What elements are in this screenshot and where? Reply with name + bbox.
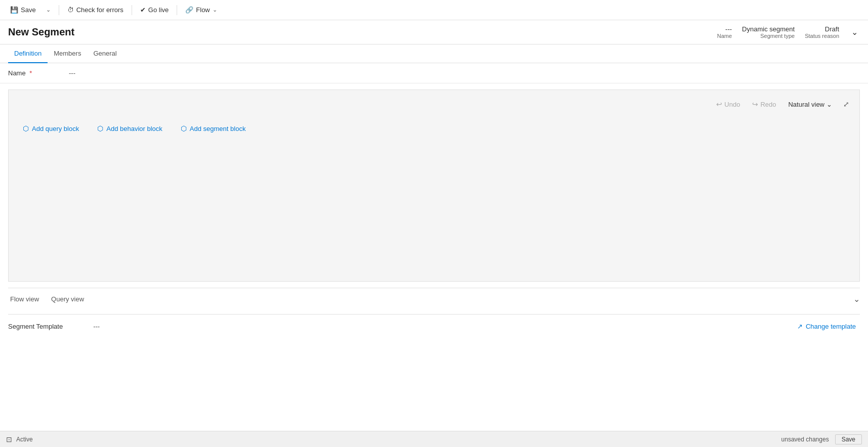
check-errors-icon: ⏱ [67,6,74,14]
name-meta-value: --- [717,25,732,33]
tab-general[interactable]: General [87,44,122,63]
flow-label: Flow [196,6,210,14]
template-section: Segment Template --- ↗ Change template [8,314,860,338]
add-blocks-row: ⬡ Add query block ⬡ Add behavior block ⬡… [17,118,851,139]
page-header: New Segment --- Name Dynamic segment Seg… [0,20,868,44]
go-live-icon: ✔ [140,6,146,14]
tab-definition[interactable]: Definition [8,44,48,63]
change-template-button[interactable]: ↗ Change template [793,321,860,332]
go-live-label: Go live [148,6,169,14]
separator-3 [177,5,177,15]
builder-area: ↩ Undo ↪ Redo Natural view ⌄ ⤢ ⬡ Add que… [8,90,860,282]
behavior-block-icon: ⬡ [97,124,103,132]
segment-type-label: Segment type [742,33,795,39]
flow-button[interactable]: 🔗 Flow ⌄ [181,4,221,16]
header-meta: --- Name Dynamic segment Segment type Dr… [717,25,860,39]
name-label: Name * [8,69,69,77]
segment-type-value: Dynamic segment [742,25,795,33]
save-button[interactable]: 💾 Save [6,4,40,16]
add-segment-block-button[interactable]: ⬡ Add segment block [177,122,250,135]
status-reason-meta: Draft Status reason [805,25,839,39]
name-field-value: --- [69,69,75,77]
tabs: Definition Members General [0,44,868,63]
segment-block-icon: ⬡ [181,124,187,132]
expand-icon: ⤢ [843,100,849,108]
save-label: Save [21,6,36,14]
undo-button[interactable]: ↩ Undo [713,98,743,110]
separator [59,5,59,15]
redo-button[interactable]: ↪ Redo [749,98,779,110]
check-errors-button[interactable]: ⏱ Check for errors [63,4,128,16]
name-meta-label: Name [717,33,732,39]
content-area: Name * --- ↩ Undo ↪ Redo Natural view ⌄ … [0,63,868,424]
template-info: Segment Template --- [8,323,100,330]
separator-2 [132,5,132,15]
view-section: Flow view Query view ⌄ [8,288,860,310]
add-behavior-block-button[interactable]: ⬡ Add behavior block [93,122,167,135]
check-errors-label: Check for errors [76,6,123,14]
flow-icon: 🔗 [185,6,193,14]
view-tabs: Flow view Query view [8,293,86,305]
undo-icon: ↩ [716,100,722,108]
segment-template-value: --- [93,323,100,330]
status-reason-label: Status reason [805,33,839,39]
header-chevron-icon: ⌄ [851,27,858,37]
tab-members[interactable]: Members [48,44,87,63]
redo-icon: ↪ [752,100,758,108]
flow-view-tab[interactable]: Flow view [8,293,41,305]
go-live-button[interactable]: ✔ Go live [136,4,173,16]
header-dropdown-button[interactable]: ⌄ [849,25,860,39]
save-dropdown-button[interactable]: ⌄ [42,5,55,15]
save-icon: 💾 [10,6,18,14]
expand-button[interactable]: ⤢ [841,98,851,110]
status-reason-value: Draft [805,25,839,33]
name-section: Name * --- [0,63,868,83]
flow-chevron-icon: ⌄ [213,7,217,13]
page-title: New Segment [8,26,74,38]
change-template-icon: ↗ [797,323,803,330]
toolbar: 💾 Save ⌄ ⏱ Check for errors ✔ Go live 🔗 … [0,0,868,20]
query-view-tab[interactable]: Query view [49,293,86,305]
builder-toolbar: ↩ Undo ↪ Redo Natural view ⌄ ⤢ [17,98,851,110]
view-section-collapse-icon[interactable]: ⌄ [853,294,860,304]
required-indicator: * [29,69,32,77]
natural-view-select[interactable]: Natural view ⌄ [785,99,835,110]
name-meta: --- Name [717,25,732,39]
view-select-chevron-icon: ⌄ [826,101,832,108]
add-query-block-button[interactable]: ⬡ Add query block [19,122,83,135]
segment-template-label: Segment Template [8,323,63,330]
segment-type-meta: Dynamic segment Segment type [742,25,795,39]
query-block-icon: ⬡ [23,124,29,132]
